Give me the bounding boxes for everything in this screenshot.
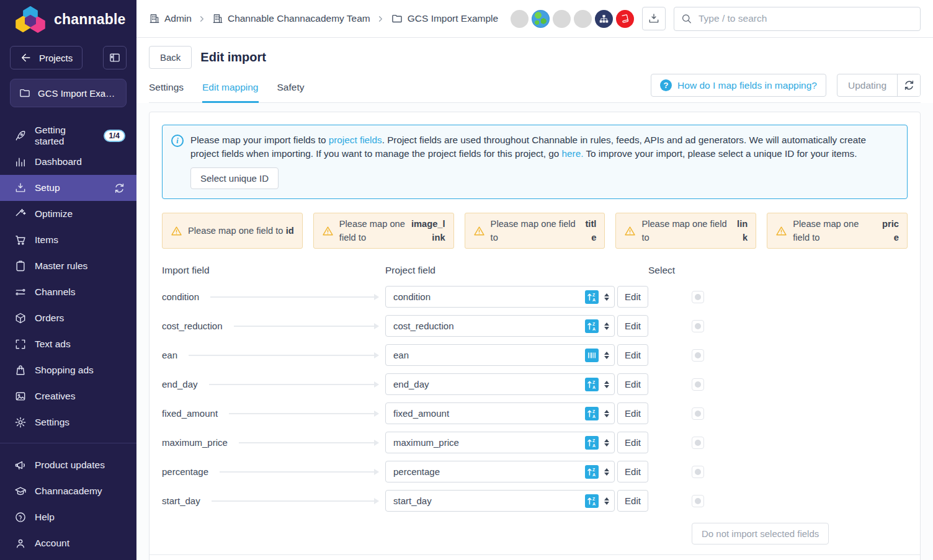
avatar[interactable]	[574, 10, 592, 28]
select-checkbox[interactable]	[692, 378, 704, 391]
select-checkbox[interactable]	[692, 495, 704, 507]
tab-safety[interactable]: Safety	[277, 75, 305, 103]
mapping-row: start_daystart_dayZAEdit	[162, 486, 908, 515]
warning-message: Please map one field to	[641, 217, 730, 244]
svg-text:Z: Z	[592, 293, 595, 297]
project-field-select[interactable]: maximum_priceZA	[385, 432, 615, 453]
mapping-help-button[interactable]: How do I map fields in mapping?	[651, 74, 826, 97]
select-checkbox[interactable]	[692, 320, 704, 332]
projects-button[interactable]: Projects	[10, 46, 83, 69]
search-input[interactable]	[674, 7, 921, 31]
avatar[interactable]	[511, 10, 529, 28]
main-area: AdminChannable Channacademy TeamGCS Impo…	[136, 0, 933, 560]
edit-button[interactable]: Edit	[617, 432, 648, 453]
edit-button[interactable]: Edit	[617, 402, 648, 424]
sidebar-item-label: Setup	[35, 182, 60, 193]
project-field-select[interactable]: fixed_amountZA	[385, 402, 615, 424]
mapping-row: maximum_pricemaximum_priceZAEdit	[162, 428, 908, 457]
download-button[interactable]	[642, 7, 666, 30]
barcode-icon	[585, 349, 599, 362]
warning-triangle-icon	[322, 225, 334, 237]
tab-edit-mapping[interactable]: Edit mapping	[202, 75, 258, 103]
sidebar-item-label: Creatives	[35, 391, 75, 402]
mapping-arrow	[234, 326, 378, 327]
mapping-help-label: How do I map fields in mapping?	[677, 80, 817, 91]
current-project[interactable]: GCS Import Exam...	[10, 79, 127, 107]
select-checkbox[interactable]	[692, 349, 704, 362]
select-checkbox[interactable]	[692, 466, 704, 478]
sidebar-item-label: Channacademy	[35, 486, 102, 497]
warning-message: Please map one field to	[339, 217, 409, 244]
project-field-select[interactable]: conditionZA	[385, 286, 615, 308]
select-checkbox[interactable]	[692, 291, 704, 303]
project-field-select[interactable]: start_dayZA	[385, 490, 615, 512]
sidebar-item-orders[interactable]: Orders	[0, 305, 136, 331]
sidebar-item-getting-started[interactable]: Getting started1/4	[0, 123, 136, 149]
info-text: Please map your import fields to	[190, 135, 329, 145]
sitemap-avatar[interactable]	[595, 10, 613, 28]
edit-button[interactable]: Edit	[617, 373, 648, 395]
breadcrumb-item[interactable]: Channable Channacademy Team	[212, 13, 370, 24]
avatar[interactable]	[553, 10, 571, 28]
project-field-value: maximum_price	[393, 437, 581, 448]
project-fields-link[interactable]: project fields	[329, 135, 382, 145]
brackets-icon	[14, 338, 27, 350]
tab-settings[interactable]: Settings	[149, 75, 184, 103]
warning-message: Please map one field to	[793, 217, 877, 244]
sort-alpha-icon: ZA	[585, 319, 599, 333]
back-button[interactable]: Back	[149, 46, 192, 69]
channable-logo[interactable]: channable	[0, 0, 136, 38]
sidebar-item-master-rules[interactable]: Master rules	[0, 253, 136, 279]
sidebar-item-shopping-ads[interactable]: Shopping ads	[0, 357, 136, 383]
chart-icon	[14, 156, 27, 168]
project-field-select[interactable]: percentageZA	[385, 461, 615, 482]
select-checkbox[interactable]	[692, 437, 704, 449]
sidebar-item-channels[interactable]: Channels	[0, 279, 136, 305]
breadcrumb-item[interactable]: GCS Import Example	[391, 12, 498, 25]
chevron-right-icon	[197, 14, 207, 24]
sidebar-item-channacademy[interactable]: Channacademy	[0, 478, 136, 504]
edit-button[interactable]: Edit	[617, 315, 648, 337]
download-icon	[648, 12, 660, 25]
sidebar-item-account[interactable]: Account	[0, 530, 136, 556]
book-avatar[interactable]	[616, 10, 634, 28]
edit-button[interactable]: Edit	[617, 344, 648, 366]
do-not-import-button[interactable]: Do not import selected fields	[692, 523, 829, 544]
info-icon	[171, 135, 184, 147]
collapse-sidebar-button[interactable]	[103, 46, 127, 69]
sidebar-item-creatives[interactable]: Creatives	[0, 383, 136, 409]
select-chevrons-icon	[603, 497, 610, 505]
project-field-select[interactable]: ean	[385, 344, 615, 366]
select-checkbox[interactable]	[692, 407, 704, 420]
status-button-group: Updating	[837, 74, 921, 97]
sidebar-item-label: Product updates	[35, 460, 105, 471]
building-icon	[212, 13, 223, 24]
sidebar-item-setup[interactable]: Setup	[0, 175, 136, 201]
project-field-select[interactable]: cost_reductionZA	[385, 315, 615, 337]
sidebar-item-optimize[interactable]: Optimize	[0, 201, 136, 227]
sidebar-item-product-updates[interactable]: Product updates	[0, 452, 136, 478]
svg-text:A: A	[592, 443, 596, 447]
edit-button[interactable]: Edit	[617, 461, 648, 482]
chevron-right-icon	[376, 14, 385, 24]
globe-avatar[interactable]	[532, 10, 550, 28]
topbar-right	[511, 7, 921, 31]
sidebar-item-items[interactable]: Items	[0, 227, 136, 253]
breadcrumb-label: Admin	[164, 13, 192, 24]
project-field-value: end_day	[393, 379, 581, 389]
refresh-button[interactable]	[897, 74, 920, 96]
status-label: Updating	[837, 74, 897, 96]
edit-button[interactable]: Edit	[617, 490, 648, 512]
select-unique-id-button[interactable]: Select unique ID	[190, 167, 279, 189]
sidebar-item-dashboard[interactable]: Dashboard	[0, 149, 136, 175]
sidebar-item-help[interactable]: Help	[0, 504, 136, 530]
edit-button[interactable]: Edit	[617, 286, 648, 308]
project-field-value: start_day	[393, 496, 581, 506]
here-link[interactable]: here.	[562, 148, 584, 159]
sidebar-item-text-ads[interactable]: Text ads	[0, 331, 136, 357]
panel-icon	[109, 51, 121, 64]
project-field-select[interactable]: end_dayZA	[385, 373, 615, 395]
sidebar-item-settings[interactable]: Settings	[0, 409, 136, 435]
import-field-name: ean	[162, 350, 177, 360]
breadcrumb-item[interactable]: Admin	[149, 13, 192, 24]
